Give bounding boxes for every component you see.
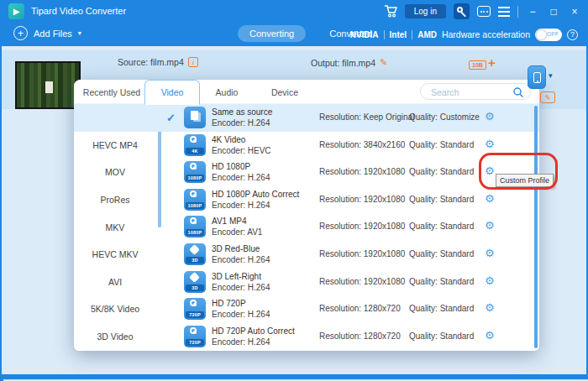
format-row[interactable]: 3D 3D Red-Blue Encoder: H.264 Resolution…: [156, 241, 533, 269]
format-row[interactable]: 3D 3D Left-Right Encoder: H.264 Resoluti…: [156, 269, 533, 296]
output-format-button[interactable]: [528, 65, 546, 89]
tab-video[interactable]: Video: [144, 80, 200, 105]
format-resolution: Resolution: 1920x1080: [319, 277, 405, 286]
format-row[interactable]: 720P HD 720P Auto Correct Encoder: H.264…: [156, 323, 533, 351]
format-row[interactable]: 4K 4K Video Encoder: HEVC Resolution: 38…: [156, 132, 533, 159]
sidebar-item-avi[interactable]: AVI: [74, 269, 156, 296]
sidebar-item-hevc-mp4[interactable]: HEVC MP4: [74, 132, 156, 159]
annotation-red-box: [479, 153, 558, 190]
format-encoder: Encoder: H.264: [212, 337, 295, 347]
hardware-acceleration-toggle[interactable]: OFF: [535, 29, 562, 41]
settings-gear-icon[interactable]: ⚙: [485, 248, 495, 258]
search-icon: [512, 86, 524, 98]
format-type-icon: 720P: [184, 298, 206, 320]
app-logo-icon: ▶: [8, 3, 24, 19]
settings-gear-icon[interactable]: ⚙: [485, 138, 495, 149]
sidebar-item-prores[interactable]: ProRes: [74, 186, 156, 214]
format-list: ✓ Same as source Encoder: H.264 Resoluti…: [156, 104, 533, 351]
cart-icon[interactable]: [384, 5, 397, 18]
format-row[interactable]: 1080P HD 1080P Encoder: H.264 Resolution…: [156, 159, 533, 186]
move-arrows-icon[interactable]: +: [488, 55, 496, 70]
sidebar-item-hevc-mkv[interactable]: HEVC MKV: [74, 241, 156, 269]
search-box: [420, 83, 531, 100]
format-row[interactable]: ✓ Same as source Encoder: H.264 Resoluti…: [74, 104, 539, 132]
hardware-acceleration-label: Hardware acceleration: [442, 29, 530, 39]
format-quality: Quality: Standard: [409, 304, 474, 313]
feedback-chat-icon[interactable]: [477, 6, 491, 17]
format-type-icon: 1080P: [184, 161, 206, 183]
app-title: Tipard Video Converter: [31, 6, 126, 16]
minimize-button[interactable]: −: [526, 6, 539, 18]
format-type-icon: 4K: [184, 134, 206, 156]
format-badge: 1080P: [186, 175, 204, 181]
settings-gear-icon[interactable]: ⚙: [485, 330, 495, 341]
brand-nvidia: NVIDIA: [350, 30, 379, 39]
format-resolution: Resolution: 1920x1080: [319, 222, 405, 231]
tab-device[interactable]: Device: [259, 80, 311, 104]
format-row[interactable]: 1080P HD 1080P Auto Correct Encoder: H.2…: [156, 186, 533, 214]
format-resolution: Resolution: 1280x720: [319, 331, 401, 341]
format-quality: Quality: Standard: [409, 167, 474, 176]
hamburger-menu-icon[interactable]: [498, 7, 510, 17]
format-encoder: Encoder: H.264: [212, 309, 270, 320]
format-badge: 720P: [186, 339, 204, 346]
settings-gear-icon[interactable]: ⚙: [485, 193, 495, 204]
format-badge: 4K: [186, 148, 204, 154]
tab-recently-used[interactable]: Recently Used: [76, 80, 148, 104]
format-type-icon: [184, 107, 206, 128]
format-resolution: Resolution: 1920x1080: [319, 167, 405, 176]
settings-gear-icon[interactable]: ⚙: [485, 275, 495, 286]
help-icon[interactable]: ?: [567, 29, 578, 40]
format-encoder: Encoder: AV1: [212, 227, 262, 237]
format-row[interactable]: 1080P AV1 MP4 Encoder: AV1 Resolution: 1…: [156, 213, 533, 241]
sidebar-item-5k-8k-video[interactable]: 5K/8K Video: [74, 295, 156, 323]
format-badge: 3D: [186, 257, 204, 264]
format-caret-icon[interactable]: ▾: [549, 71, 553, 80]
format-encoder: Encoder: H.264: [212, 117, 272, 128]
format-type-icon: 1080P: [184, 189, 206, 211]
format-resolution: Resolution: 1920x1080: [319, 195, 405, 204]
format-quality: Quality: Standard: [409, 222, 474, 231]
tab-audio[interactable]: Audio: [200, 80, 254, 104]
register-key-icon[interactable]: [454, 3, 470, 19]
format-row[interactable]: 720P HD 720P Encoder: H.264 Resolution: …: [156, 295, 533, 323]
settings-gear-icon[interactable]: ⚙: [485, 220, 495, 231]
output-label: Output: film.mp4: [311, 58, 375, 68]
format-resolution: Resolution: Keep Original: [319, 112, 414, 122]
format-badge: 720P: [186, 311, 204, 318]
format-title: Same as source: [212, 107, 272, 117]
toggle-knob: [536, 29, 547, 40]
format-type-icon: 720P: [184, 326, 206, 347]
format-title: HD 720P: [212, 298, 270, 309]
close-button[interactable]: ×: [568, 6, 581, 18]
format-title: 3D Left-Right: [212, 271, 270, 282]
hardware-acceleration-cluster: NVIDIA Intel AMD Hardware acceleration O…: [350, 23, 578, 46]
settings-gear-icon[interactable]: ⚙: [485, 111, 495, 122]
list-scrollbar[interactable]: [534, 106, 538, 348]
format-encoder: Encoder: HEVC: [212, 145, 271, 156]
tab-converting[interactable]: Converting: [238, 25, 306, 42]
info-icon[interactable]: i: [188, 57, 198, 67]
titlebar: ▶ Tipard Video Converter Log in − □ ×: [0, 0, 588, 23]
maximize-button[interactable]: □: [547, 6, 560, 18]
format-quality: Quality: Standard: [409, 249, 474, 258]
app-window: ▶ Tipard Video Converter Log in − □ × + …: [0, 0, 588, 381]
sidebar-item-3d-video[interactable]: 3D Video: [74, 323, 156, 351]
quick-edit-icon[interactable]: ✎: [540, 91, 555, 103]
format-title: HD 720P Auto Correct: [212, 326, 295, 337]
format-title: HD 1080P: [212, 161, 270, 172]
sidebar-item-mkv[interactable]: MKV: [74, 213, 156, 241]
selected-check-icon: ✓: [166, 112, 180, 124]
format-quality: Quality: Standard: [409, 140, 474, 149]
add-files-button[interactable]: + Add Files ▾: [13, 26, 81, 40]
format-type-icon: 1080P: [184, 216, 206, 237]
login-button[interactable]: Log in: [405, 4, 446, 18]
sidebar-item-mov[interactable]: MOV: [74, 159, 156, 186]
toggle-state-label: OFF: [547, 31, 559, 37]
toolbar: + Add Files ▾ Converting Converted NVIDI…: [0, 23, 588, 46]
settings-gear-icon[interactable]: ⚙: [485, 302, 495, 313]
rename-pencil-icon[interactable]: ✎: [380, 57, 387, 68]
format-quality: Quality: Standard: [409, 195, 474, 204]
format-badge: 1080P: [186, 229, 204, 236]
popup-tabbar: Recently Used Video Audio Device: [74, 80, 539, 104]
